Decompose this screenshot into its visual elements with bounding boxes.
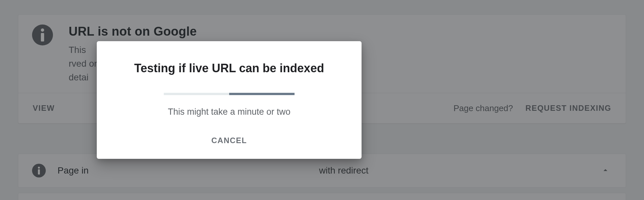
dialog-subtitle: This might take a minute or two bbox=[97, 107, 362, 117]
dialog-title: Testing if live URL can be indexed bbox=[97, 61, 362, 75]
progress-track bbox=[164, 93, 295, 95]
live-test-dialog: Testing if live URL can be indexed This … bbox=[97, 41, 362, 159]
cancel-button[interactable]: CANCEL bbox=[211, 135, 248, 146]
progress-bar bbox=[229, 93, 295, 95]
dialog-actions: CANCEL bbox=[97, 117, 362, 159]
